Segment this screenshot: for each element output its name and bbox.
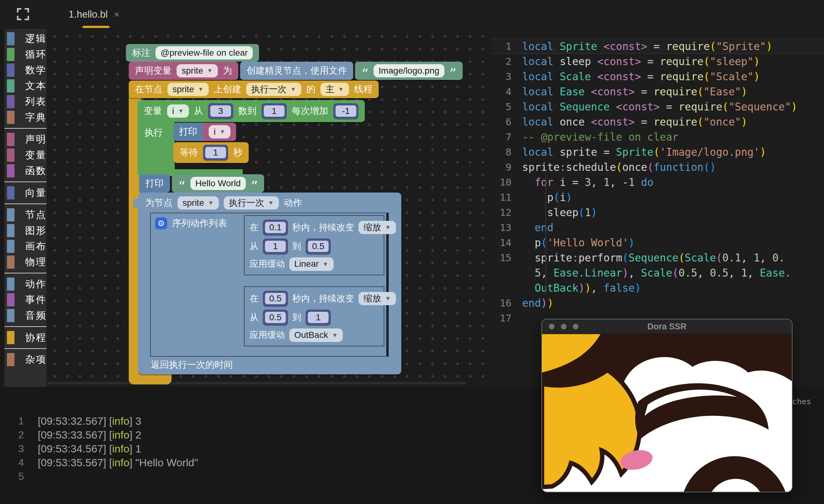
- sidebar-category-item[interactable]: 音频: [4, 308, 46, 324]
- number-shadow-block[interactable]: 0.1: [263, 220, 288, 235]
- thread-priority-dropdown[interactable]: 主 ▼: [320, 83, 349, 96]
- sidebar-category-item[interactable]: 杂项: [4, 352, 46, 367]
- code-line[interactable]: 1local Sprite <const> = require("Sprite"…: [491, 39, 824, 54]
- gear-icon[interactable]: ⚙: [155, 217, 167, 229]
- number-shadow-block[interactable]: 3: [208, 103, 233, 119]
- number-field[interactable]: 0.1: [265, 222, 286, 233]
- number-shadow-block[interactable]: -1: [333, 103, 358, 119]
- property-dropdown[interactable]: 缩放 ▼: [358, 221, 396, 234]
- tab-1-hello-bl[interactable]: 1.hello.bl ×: [69, 0, 120, 29]
- string-field-file[interactable]: Image/logo.png: [374, 64, 444, 78]
- variable-dropdown[interactable]: i ▼: [209, 125, 230, 138]
- sidebar-category-item[interactable]: 字典: [4, 110, 46, 125]
- sidebar-category-item[interactable]: 函数: [4, 163, 46, 179]
- code-line[interactable]: 15 sprite:perform(Sequence(Scale(0.1, 1,…: [491, 250, 824, 265]
- variable-dropdown[interactable]: sprite ▼: [177, 64, 218, 78]
- sidebar-category-item[interactable]: 循环: [4, 46, 46, 62]
- wait-block[interactable]: 等待 1 秒: [174, 142, 249, 163]
- comment-text-field[interactable]: @preview-file on clear: [156, 46, 253, 59]
- tab-close-icon[interactable]: ×: [114, 10, 120, 19]
- sidebar-category-item[interactable]: 数学: [4, 62, 46, 78]
- action-node-dropdown[interactable]: sprite ▼: [178, 196, 219, 210]
- create-sprite-block[interactable]: 创建精灵节点，使用文件: [240, 61, 353, 80]
- ease-dropdown[interactable]: OutBack ▼: [289, 329, 343, 342]
- code-line[interactable]: 14 p('Hello World'): [491, 235, 824, 250]
- number-shadow-block[interactable]: 1: [262, 103, 287, 119]
- number-field[interactable]: 0.5: [265, 312, 286, 323]
- sidebar-category-item[interactable]: 画布: [4, 239, 46, 254]
- code-line[interactable]: 5local Sequence <const> = require("Seque…: [491, 99, 824, 114]
- variable-i-block[interactable]: i ▼: [203, 123, 236, 141]
- window-minimize-icon[interactable]: [561, 324, 566, 330]
- sidebar-category-item[interactable]: 逻辑: [4, 31, 46, 46]
- sidebar-category-item[interactable]: 物理: [4, 254, 46, 270]
- print-i-block[interactable]: 打印 i ▼: [174, 123, 236, 141]
- sequence-list-block[interactable]: ⚙ 序列动作列表: [155, 217, 227, 230]
- code-line[interactable]: 3local Scale <const> = require("Scale"): [491, 69, 824, 84]
- number-field[interactable]: 1: [264, 105, 285, 117]
- code-line[interactable]: 16end)): [491, 295, 824, 310]
- action-mode-dropdown[interactable]: 执行一次 ▼: [224, 196, 279, 210]
- code-line[interactable]: OutBack)), false): [491, 280, 824, 295]
- number-shadow-block[interactable]: 0.5: [306, 239, 331, 254]
- number-field[interactable]: 0.5: [308, 241, 329, 252]
- code-line[interactable]: 11 p(i): [491, 190, 824, 205]
- preview-window[interactable]: Dora SSR: [541, 319, 793, 492]
- sidebar-category-item[interactable]: 动作: [4, 276, 46, 292]
- preview-titlebar[interactable]: Dora SSR: [542, 319, 792, 334]
- code-line[interactable]: 5, Ease.Linear), Scale(0.5, 0.5, 1, Ease…: [491, 265, 824, 280]
- code-line[interactable]: 7-- @preview-file on clear: [491, 129, 824, 144]
- sidebar-category-item[interactable]: 图形: [4, 223, 46, 239]
- number-field[interactable]: 3: [210, 105, 231, 117]
- code-line[interactable]: 4local Ease <const> = require("Ease"): [491, 84, 824, 99]
- string-field-hello[interactable]: Hello World: [190, 177, 246, 190]
- thread-block[interactable]: 在节点 sprite ▼ 上创建 执行一次 ▼ 的 主 ▼ 线程: [129, 81, 379, 98]
- sidebar-category-item[interactable]: 声明: [4, 131, 46, 147]
- ease-dropdown[interactable]: Linear ▼: [289, 257, 334, 271]
- number-field[interactable]: 1: [308, 312, 329, 323]
- code-line[interactable]: 12 sleep(1): [491, 205, 824, 220]
- fullscreen-icon[interactable]: [16, 8, 29, 21]
- number-field[interactable]: 0.5: [265, 293, 286, 304]
- window-close-icon[interactable]: [549, 324, 554, 330]
- number-shadow-block[interactable]: 0.5: [263, 291, 288, 306]
- code-line[interactable]: 13 end: [491, 220, 824, 235]
- window-control-buttons[interactable]: [549, 324, 579, 330]
- window-zoom-icon[interactable]: [573, 324, 579, 330]
- sidebar-category-item[interactable]: 变量: [4, 147, 46, 163]
- sidebar-category-item[interactable]: 事件: [4, 292, 46, 308]
- perform-action-block[interactable]: 为节点 sprite ▼ 执行一次 ▼ 动作 ⚙ 序列动作列表: [138, 193, 401, 374]
- for-loop-block[interactable]: 变量 i ▼ 从 3 数到 1 每次增加 -1: [137, 100, 365, 122]
- code-line[interactable]: 6local once <const> = require("once"): [491, 114, 824, 129]
- thread-mode-dropdown[interactable]: 执行一次 ▼: [246, 83, 301, 96]
- indent-guide: [558, 190, 559, 220]
- number-shadow-block[interactable]: 1: [203, 145, 228, 160]
- sidebar-category-item[interactable]: 协程: [4, 330, 46, 346]
- comment-block[interactable]: 标注 @preview-file on clear: [126, 44, 259, 61]
- sidebar-category-item[interactable]: 节点: [4, 207, 46, 223]
- block-canvas[interactable]: 标注 @preview-file on clear 声明变量 sprite ▼ …: [46, 29, 491, 387]
- thread-node-dropdown[interactable]: sprite ▼: [168, 83, 209, 96]
- ease-block-1[interactable]: 在 0.1 秒内，持续改变 缩放 ▼ 从 1 到 0.5: [244, 215, 384, 275]
- code-line[interactable]: 2local sleep <const> = require("sleep"): [491, 54, 824, 69]
- print-block[interactable]: 打印: [139, 174, 170, 193]
- code-line[interactable]: 10 for i = 3, 1, -1 do: [491, 174, 824, 190]
- number-shadow-block[interactable]: 1: [263, 239, 288, 254]
- sidebar-category-item[interactable]: 列表: [4, 94, 46, 110]
- canvas-hscrollbar[interactable]: [48, 382, 467, 384]
- code-line[interactable]: 9sprite:schedule(once(function(): [491, 159, 824, 174]
- string-block-file[interactable]: “ Image/logo.png ”: [355, 61, 463, 80]
- property-dropdown[interactable]: 缩放 ▼: [358, 292, 396, 305]
- sidebar-category-item[interactable]: 文本: [4, 78, 46, 94]
- declare-variable-block[interactable]: 声明变量 sprite ▼ 为: [129, 61, 238, 80]
- loop-variable-dropdown[interactable]: i ▼: [167, 105, 189, 118]
- number-shadow-block[interactable]: 1: [306, 309, 331, 325]
- code-line[interactable]: 8local sprite = Sprite('Image/logo.png'): [491, 144, 824, 159]
- string-block-hello[interactable]: “ Hello World ”: [172, 174, 264, 193]
- number-field[interactable]: -1: [335, 105, 356, 117]
- sidebar-category-item[interactable]: 向量: [4, 185, 46, 201]
- number-field[interactable]: 1: [265, 241, 286, 252]
- number-field[interactable]: 1: [205, 147, 226, 158]
- ease-block-2[interactable]: 在 0.5 秒内，持续改变 缩放 ▼ 从 0.5 到 1: [244, 286, 384, 346]
- number-shadow-block[interactable]: 0.5: [263, 309, 288, 325]
